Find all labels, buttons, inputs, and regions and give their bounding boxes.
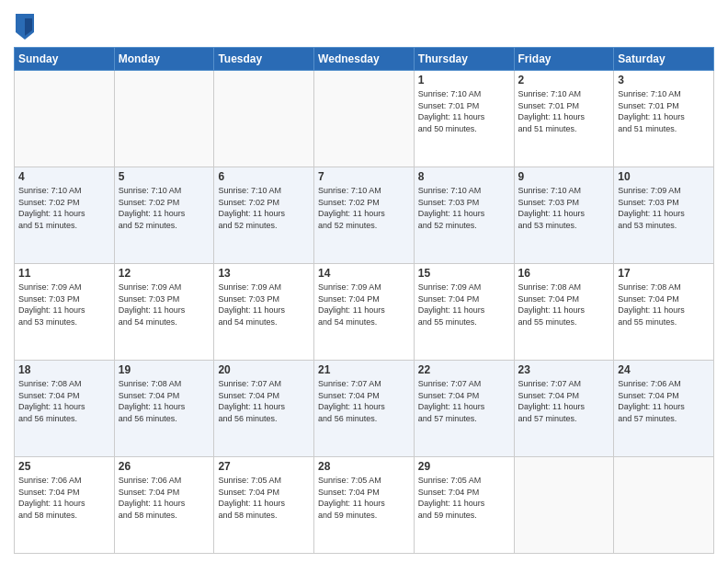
day-number: 16	[518, 267, 610, 280]
calendar-cell	[514, 457, 614, 554]
header	[14, 14, 714, 40]
logo	[14, 14, 34, 40]
calendar-cell: 22Sunrise: 7:07 AMSunset: 7:04 PMDayligh…	[414, 361, 514, 457]
calendar-cell: 9Sunrise: 7:10 AMSunset: 7:03 PMDaylight…	[514, 167, 614, 264]
calendar-cell: 14Sunrise: 7:09 AMSunset: 7:04 PMDayligh…	[314, 264, 415, 361]
weekday-header-saturday: Saturday	[614, 48, 714, 71]
day-number: 13	[218, 267, 310, 280]
calendar-cell: 28Sunrise: 7:05 AMSunset: 7:04 PMDayligh…	[314, 457, 415, 554]
day-info: Sunrise: 7:10 AMSunset: 7:02 PMDaylight:…	[218, 185, 310, 231]
day-number: 11	[18, 267, 110, 280]
day-info: Sunrise: 7:05 AMSunset: 7:04 PMDaylight:…	[418, 475, 510, 521]
weekday-header-tuesday: Tuesday	[214, 48, 314, 71]
day-info: Sunrise: 7:05 AMSunset: 7:04 PMDaylight:…	[218, 475, 310, 521]
day-number: 27	[218, 460, 310, 473]
calendar-cell: 21Sunrise: 7:07 AMSunset: 7:04 PMDayligh…	[314, 361, 415, 457]
day-info: Sunrise: 7:09 AMSunset: 7:04 PMDaylight:…	[418, 282, 510, 327]
page: SundayMondayTuesdayWednesdayThursdayFrid…	[0, 0, 728, 563]
calendar-cell: 3Sunrise: 7:10 AMSunset: 7:01 PMDaylight…	[614, 71, 714, 167]
day-info: Sunrise: 7:06 AMSunset: 7:04 PMDaylight:…	[18, 475, 110, 521]
day-info: Sunrise: 7:07 AMSunset: 7:04 PMDaylight:…	[318, 378, 410, 424]
calendar-cell: 18Sunrise: 7:08 AMSunset: 7:04 PMDayligh…	[15, 361, 115, 457]
day-info: Sunrise: 7:09 AMSunset: 7:03 PMDaylight:…	[18, 282, 110, 327]
day-number: 26	[119, 460, 210, 473]
day-info: Sunrise: 7:10 AMSunset: 7:01 PMDaylight:…	[418, 88, 510, 134]
calendar-cell: 4Sunrise: 7:10 AMSunset: 7:02 PMDaylight…	[15, 167, 115, 264]
calendar-cell: 6Sunrise: 7:10 AMSunset: 7:02 PMDaylight…	[214, 167, 314, 264]
week-row-2: 11Sunrise: 7:09 AMSunset: 7:03 PMDayligh…	[15, 264, 714, 361]
day-number: 1	[418, 74, 510, 86]
day-number: 3	[618, 74, 710, 86]
weekday-header-sunday: Sunday	[15, 48, 115, 71]
day-info: Sunrise: 7:09 AMSunset: 7:03 PMDaylight:…	[618, 185, 710, 231]
day-number: 9	[518, 170, 610, 183]
calendar-cell: 16Sunrise: 7:08 AMSunset: 7:04 PMDayligh…	[514, 264, 614, 361]
day-number: 25	[18, 460, 110, 473]
calendar-cell: 19Sunrise: 7:08 AMSunset: 7:04 PMDayligh…	[114, 361, 214, 457]
calendar-cell	[614, 457, 714, 554]
day-info: Sunrise: 7:07 AMSunset: 7:04 PMDaylight:…	[518, 378, 610, 424]
day-info: Sunrise: 7:08 AMSunset: 7:04 PMDaylight:…	[119, 378, 210, 424]
calendar-cell: 13Sunrise: 7:09 AMSunset: 7:03 PMDayligh…	[214, 264, 314, 361]
week-row-0: 1Sunrise: 7:10 AMSunset: 7:01 PMDaylight…	[15, 71, 714, 167]
calendar-cell	[314, 71, 415, 167]
calendar-cell: 7Sunrise: 7:10 AMSunset: 7:02 PMDaylight…	[314, 167, 415, 264]
calendar-cell: 29Sunrise: 7:05 AMSunset: 7:04 PMDayligh…	[414, 457, 514, 554]
day-number: 29	[418, 460, 510, 473]
day-number: 17	[618, 267, 710, 280]
day-number: 20	[218, 363, 310, 376]
day-info: Sunrise: 7:09 AMSunset: 7:03 PMDaylight:…	[119, 282, 210, 327]
day-info: Sunrise: 7:10 AMSunset: 7:02 PMDaylight:…	[119, 185, 210, 231]
day-number: 2	[518, 74, 610, 86]
calendar-cell: 27Sunrise: 7:05 AMSunset: 7:04 PMDayligh…	[214, 457, 314, 554]
calendar-cell: 24Sunrise: 7:06 AMSunset: 7:04 PMDayligh…	[614, 361, 714, 457]
day-number: 15	[418, 267, 510, 280]
weekday-header-friday: Friday	[514, 48, 614, 71]
day-info: Sunrise: 7:06 AMSunset: 7:04 PMDaylight:…	[119, 475, 210, 521]
calendar-cell: 15Sunrise: 7:09 AMSunset: 7:04 PMDayligh…	[414, 264, 514, 361]
calendar-cell: 2Sunrise: 7:10 AMSunset: 7:01 PMDaylight…	[514, 71, 614, 167]
day-number: 8	[418, 170, 510, 183]
day-info: Sunrise: 7:09 AMSunset: 7:03 PMDaylight:…	[218, 282, 310, 327]
day-number: 18	[18, 363, 110, 376]
calendar-cell	[114, 71, 214, 167]
day-number: 19	[119, 363, 210, 376]
calendar-cell: 8Sunrise: 7:10 AMSunset: 7:03 PMDaylight…	[414, 167, 514, 264]
day-number: 23	[518, 363, 610, 376]
calendar-cell: 25Sunrise: 7:06 AMSunset: 7:04 PMDayligh…	[15, 457, 115, 554]
day-number: 6	[218, 170, 310, 183]
day-info: Sunrise: 7:06 AMSunset: 7:04 PMDaylight:…	[618, 378, 710, 424]
day-info: Sunrise: 7:07 AMSunset: 7:04 PMDaylight:…	[418, 378, 510, 424]
day-number: 12	[119, 267, 210, 280]
logo-icon	[16, 14, 34, 40]
day-number: 14	[318, 267, 410, 280]
calendar-cell: 11Sunrise: 7:09 AMSunset: 7:03 PMDayligh…	[15, 264, 115, 361]
day-info: Sunrise: 7:08 AMSunset: 7:04 PMDaylight:…	[518, 282, 610, 327]
week-row-3: 18Sunrise: 7:08 AMSunset: 7:04 PMDayligh…	[15, 361, 714, 457]
week-row-4: 25Sunrise: 7:06 AMSunset: 7:04 PMDayligh…	[15, 457, 714, 554]
day-info: Sunrise: 7:05 AMSunset: 7:04 PMDaylight:…	[318, 475, 410, 521]
day-info: Sunrise: 7:08 AMSunset: 7:04 PMDaylight:…	[18, 378, 110, 424]
day-info: Sunrise: 7:08 AMSunset: 7:04 PMDaylight:…	[618, 282, 710, 327]
weekday-header-thursday: Thursday	[414, 48, 514, 71]
day-number: 7	[318, 170, 410, 183]
day-number: 22	[418, 363, 510, 376]
calendar-cell: 26Sunrise: 7:06 AMSunset: 7:04 PMDayligh…	[114, 457, 214, 554]
weekday-header-row: SundayMondayTuesdayWednesdayThursdayFrid…	[15, 48, 714, 71]
calendar-cell: 17Sunrise: 7:08 AMSunset: 7:04 PMDayligh…	[614, 264, 714, 361]
day-info: Sunrise: 7:09 AMSunset: 7:04 PMDaylight:…	[318, 282, 410, 327]
day-info: Sunrise: 7:10 AMSunset: 7:03 PMDaylight:…	[418, 185, 510, 231]
weekday-header-wednesday: Wednesday	[314, 48, 415, 71]
calendar-cell: 20Sunrise: 7:07 AMSunset: 7:04 PMDayligh…	[214, 361, 314, 457]
day-number: 5	[119, 170, 210, 183]
calendar-table: SundayMondayTuesdayWednesdayThursdayFrid…	[14, 47, 714, 554]
calendar-cell: 12Sunrise: 7:09 AMSunset: 7:03 PMDayligh…	[114, 264, 214, 361]
calendar-cell: 1Sunrise: 7:10 AMSunset: 7:01 PMDaylight…	[414, 71, 514, 167]
day-info: Sunrise: 7:10 AMSunset: 7:01 PMDaylight:…	[518, 88, 610, 134]
weekday-header-monday: Monday	[114, 48, 214, 71]
day-info: Sunrise: 7:10 AMSunset: 7:01 PMDaylight:…	[618, 88, 710, 134]
day-number: 28	[318, 460, 410, 473]
day-info: Sunrise: 7:10 AMSunset: 7:02 PMDaylight:…	[318, 185, 410, 231]
calendar-cell: 5Sunrise: 7:10 AMSunset: 7:02 PMDaylight…	[114, 167, 214, 264]
calendar-cell	[214, 71, 314, 167]
